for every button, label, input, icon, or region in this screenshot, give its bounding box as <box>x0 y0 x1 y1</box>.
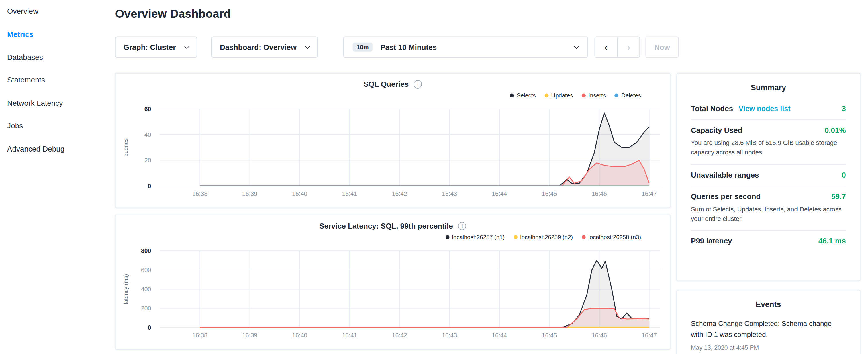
legend-dot <box>615 93 619 97</box>
chart-legend: localhost:26257 (n1) localhost:26259 (n2… <box>116 233 670 240</box>
svg-text:16:38: 16:38 <box>192 190 208 197</box>
summary-value: 59.7 <box>831 192 846 200</box>
events-title: Events <box>691 290 846 315</box>
prev-time-button[interactable]: ‹ <box>595 37 617 57</box>
legend-dot <box>445 235 449 239</box>
summary-description: Sum of Selects, Updates, Inserts, and De… <box>691 204 846 224</box>
chevron-down-icon <box>305 43 310 49</box>
summary-row-total-nodes: Total Nodes View nodes list 3 <box>691 99 846 120</box>
sidebar-nav: Overview Metrics Databases Statements Ne… <box>0 0 108 160</box>
event-message: Schema Change Completed: Schema change w… <box>691 315 846 340</box>
time-step-buttons: ‹ › <box>595 36 640 57</box>
dashboard-dropdown[interactable]: Dashboard: Overview <box>212 36 318 57</box>
svg-text:16:47: 16:47 <box>642 332 657 339</box>
sidebar-item-jobs[interactable]: Jobs <box>0 115 108 137</box>
legend-dot <box>582 235 586 239</box>
service-latency-panel: Service Latency: SQL, 99th percentile i … <box>115 215 671 350</box>
time-range-badge: 10m <box>353 43 373 52</box>
legend-item: localhost:26257 (n1) <box>445 233 505 240</box>
info-icon[interactable]: i <box>414 80 422 89</box>
summary-card: Summary Total Nodes View nodes list 3 Ca… <box>677 73 860 281</box>
summary-title: Summary <box>691 74 846 99</box>
sidebar-item-metrics[interactable]: Metrics <box>0 23 108 46</box>
legend-item: Deletes <box>615 92 641 99</box>
legend-dot <box>514 235 518 239</box>
svg-text:16:39: 16:39 <box>242 190 257 197</box>
svg-text:16:46: 16:46 <box>592 190 607 197</box>
svg-text:16:39: 16:39 <box>242 332 257 339</box>
chart-title: Service Latency: SQL, 99th percentile <box>319 222 453 230</box>
svg-text:16:43: 16:43 <box>442 190 457 197</box>
svg-text:queries: queries <box>123 138 129 156</box>
summary-row-queries-per-second: Queries per second 59.7 Sum of Selects, … <box>691 186 846 230</box>
chart-legend: Selects Updates Inserts Deletes <box>116 92 670 99</box>
svg-text:60: 60 <box>145 106 151 112</box>
page-title: Overview Dashboard <box>115 7 231 20</box>
svg-text:16:45: 16:45 <box>542 332 557 339</box>
summary-label: Total Nodes <box>691 104 733 113</box>
sql-queries-panel: SQL Queries i Selects Updates Inserts De… <box>115 73 671 208</box>
svg-text:16:40: 16:40 <box>292 332 307 339</box>
svg-text:16:44: 16:44 <box>492 332 507 339</box>
summary-description: You are using 28.6 MiB of 515.9 GiB usab… <box>691 138 846 158</box>
svg-text:400: 400 <box>141 286 151 293</box>
svg-text:16:40: 16:40 <box>292 190 307 197</box>
svg-text:16:44: 16:44 <box>492 190 507 197</box>
sidebar-item-databases[interactable]: Databases <box>0 46 108 69</box>
now-button[interactable]: Now <box>645 36 679 57</box>
svg-text:0: 0 <box>148 183 151 190</box>
svg-text:16:41: 16:41 <box>342 332 358 339</box>
graph-scope-dropdown[interactable]: Graph: Cluster <box>115 36 197 57</box>
legend-item: Inserts <box>582 92 606 99</box>
svg-text:16:43: 16:43 <box>442 332 457 339</box>
chevron-down-icon <box>184 43 189 49</box>
sidebar-item-advanced-debug[interactable]: Advanced Debug <box>0 137 108 160</box>
legend-dot <box>510 93 514 97</box>
summary-row-unavailable-ranges: Unavailable ranges 0 <box>691 164 846 186</box>
svg-text:16:45: 16:45 <box>542 190 557 197</box>
sidebar-item-overview[interactable]: Overview <box>0 0 108 23</box>
info-icon[interactable]: i <box>458 222 466 230</box>
svg-text:16:42: 16:42 <box>392 332 407 339</box>
sidebar-item-network-latency[interactable]: Network Latency <box>0 92 108 115</box>
svg-text:latency (ms): latency (ms) <box>123 274 129 304</box>
chevron-down-icon <box>574 43 579 49</box>
summary-value: 46.1 ms <box>818 237 846 245</box>
summary-label: P99 latency <box>691 237 732 245</box>
legend-item: Selects <box>510 92 536 99</box>
legend-item: Updates <box>545 92 573 99</box>
sql-queries-chart: 16:3816:3916:4016:4116:4216:4316:4416:45… <box>116 105 670 205</box>
sidebar-item-statements[interactable]: Statements <box>0 69 108 92</box>
legend-item: localhost:26258 (n3) <box>582 233 641 240</box>
legend-dot <box>582 93 586 97</box>
svg-text:20: 20 <box>145 157 151 164</box>
summary-value: 3 <box>842 104 846 113</box>
svg-text:600: 600 <box>141 267 151 273</box>
svg-text:200: 200 <box>141 305 151 312</box>
summary-label: Queries per second <box>691 192 761 200</box>
summary-row-p99-latency: P99 latency 46.1 ms <box>691 230 846 252</box>
svg-text:16:46: 16:46 <box>592 332 607 339</box>
view-nodes-list-link[interactable]: View nodes list <box>739 104 790 113</box>
svg-text:0: 0 <box>148 324 151 331</box>
graph-scope-label: Graph: Cluster <box>124 43 176 51</box>
svg-text:16:42: 16:42 <box>392 190 407 197</box>
summary-label: Capacity Used <box>691 126 743 134</box>
events-card: Events Schema Change Completed: Schema c… <box>677 290 860 354</box>
svg-text:16:41: 16:41 <box>342 190 358 197</box>
chart-plot-area: 16:3816:3916:4016:4116:4216:4316:4416:45… <box>116 105 670 202</box>
summary-label: Unavailable ranges <box>691 171 759 179</box>
time-range-selector[interactable]: 10m Past 10 Minutes <box>343 36 588 57</box>
summary-value: 0 <box>842 171 846 179</box>
svg-text:800: 800 <box>141 248 151 254</box>
legend-dot <box>545 93 549 97</box>
chart-title: SQL Queries <box>364 80 409 89</box>
svg-text:16:47: 16:47 <box>642 190 657 197</box>
legend-item: localhost:26259 (n2) <box>514 233 573 240</box>
svg-text:40: 40 <box>145 131 151 138</box>
next-time-button[interactable]: › <box>617 37 639 57</box>
svg-text:16:38: 16:38 <box>192 332 208 339</box>
service-latency-chart: 16:3816:3916:4016:4116:4216:4316:4416:45… <box>116 247 670 347</box>
time-range-label: Past 10 Minutes <box>380 43 437 51</box>
dashboard-label: Dashboard: Overview <box>220 43 297 51</box>
